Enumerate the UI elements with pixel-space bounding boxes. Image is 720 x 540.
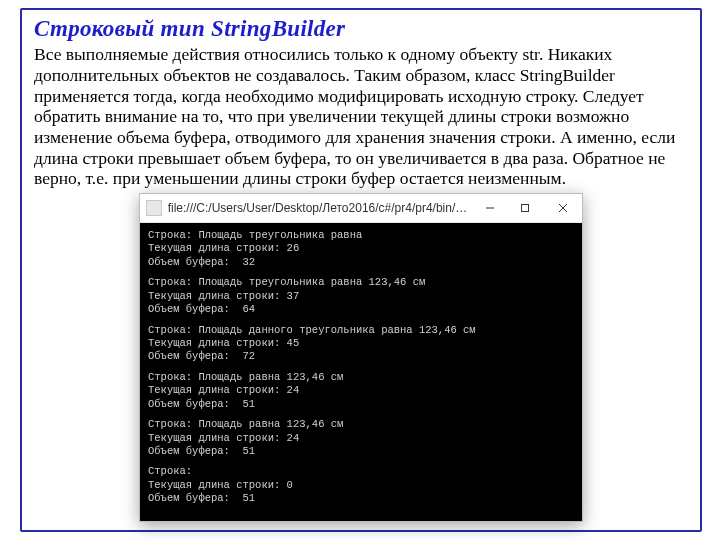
minimize-button[interactable] [473, 194, 508, 222]
console-block: Строка: Текущая длина строки: 0 Объем бу… [148, 465, 574, 505]
close-icon [558, 203, 568, 213]
slide-title: Строковый тип StringBuilder [34, 16, 690, 42]
slide-body: Все выполняемые действия относились толь… [34, 44, 688, 188]
console-output: Строка: Площадь треугольника равна Текущ… [140, 223, 582, 521]
close-button[interactable] [543, 194, 582, 222]
console-block: Строка: Площадь равна 123,46 см Текущая … [148, 418, 574, 458]
console-block: Строка: Площадь равна 123,46 см Текущая … [148, 371, 574, 411]
maximize-button[interactable] [508, 194, 543, 222]
maximize-icon [520, 203, 530, 213]
window-title: file:///C:/Users/User/Desktop/Лето2016/c… [168, 201, 473, 215]
console-block: Строка: Площадь треугольника равна Текущ… [148, 229, 574, 269]
console-block: Строка: Площадь данного треугольника рав… [148, 324, 574, 364]
window-titlebar: file:///C:/Users/User/Desktop/Лето2016/c… [140, 194, 582, 223]
minimize-icon [485, 203, 495, 213]
console-window: file:///C:/Users/User/Desktop/Лето2016/c… [139, 193, 583, 522]
app-icon [146, 200, 162, 216]
svg-rect-1 [522, 204, 529, 211]
slide-frame: Строковый тип StringBuilder Все выполняе… [20, 8, 702, 532]
console-block: Строка: Площадь треугольника равна 123,4… [148, 276, 574, 316]
